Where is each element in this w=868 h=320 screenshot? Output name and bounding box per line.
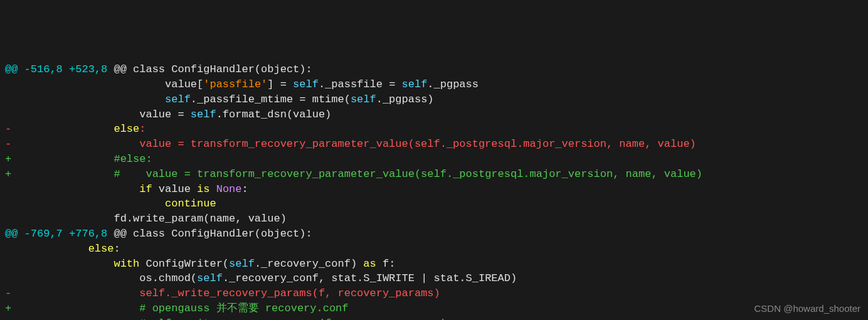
- added-line: + #else:: [5, 153, 152, 165]
- removed-line: - else:: [5, 123, 146, 135]
- code-line: os.chmod(self._recovery_conf, stat.S_IWR…: [5, 272, 517, 284]
- code-line: continue: [5, 198, 216, 210]
- code-line: if value is None:: [5, 183, 248, 195]
- code-line: with ConfigWriter(self._recovery_conf) a…: [5, 258, 395, 270]
- removed-line: - value = transform_recovery_parameter_v…: [5, 138, 696, 150]
- diff-code-block: @@ -516,8 +523,8 @@ class ConfigHandler(…: [0, 60, 868, 320]
- code-line: self._passfile_mtime = mtime(self._pgpas…: [5, 93, 434, 105]
- code-line: else:: [5, 243, 120, 255]
- added-line: + # value = transform_recovery_parameter…: [5, 168, 702, 180]
- hunk-header-1: @@ -516,8 +523,8 @@ class ConfigHandler(…: [5, 63, 312, 75]
- code-line: value = self.format_dsn(value): [5, 109, 331, 120]
- added-line: + # opengauss 并不需要 recovery.conf: [5, 302, 349, 314]
- added-line: + #self._write_recovery_params(f, recove…: [5, 317, 447, 320]
- code-line: fd.write_param(name, value): [5, 213, 287, 225]
- removed-line: - self._write_recovery_params(f, recover…: [5, 287, 440, 299]
- watermark: CSDN @howard_shooter: [754, 302, 860, 315]
- hunk-header-2: @@ -769,7 +776,8 @@ class ConfigHandler(…: [5, 228, 312, 240]
- code-line: value['passfile'] = self._passfile = sel…: [5, 78, 479, 90]
